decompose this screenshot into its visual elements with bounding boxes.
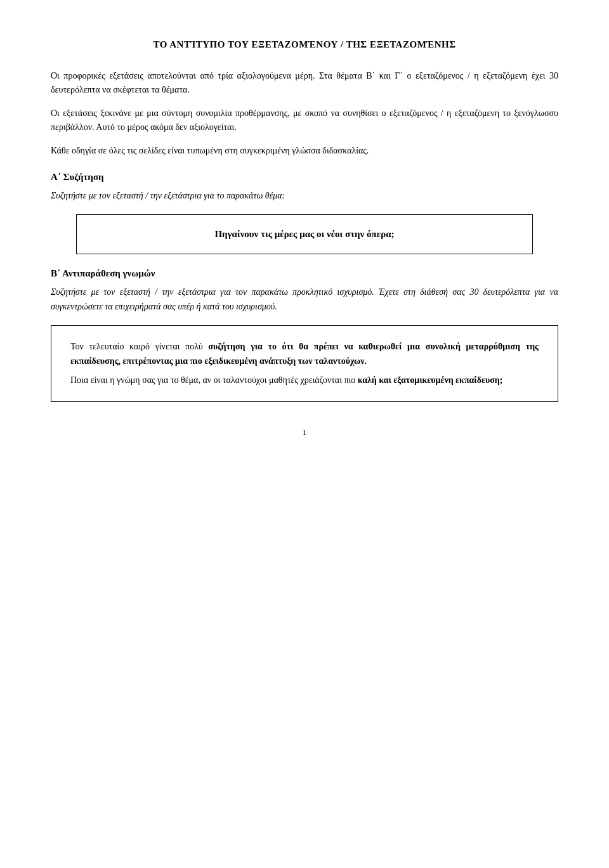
paragraph-intro-3: Κάθε οδηγία σε όλες τις σελίδες είναι τυ…	[51, 144, 558, 158]
page-title: Το αντίτυπο του εξεταζομένου / της εξετα…	[51, 38, 558, 51]
section-a-instruction: Συζητήστε με τον εξεταστή / την εξετάστρ…	[51, 189, 558, 203]
section-c-box-paragraph-2: Ποια είναι η γνώμη σας για το θέμα, αν ο…	[70, 373, 539, 387]
section-b-heading: Β΄ Αντιπαράθεση γνωμών	[51, 268, 558, 279]
section-c-text-2-part1: Ποια είναι η γνώμη σας για το θέμα, αν ο…	[70, 375, 358, 385]
section-b-instruction: Συζητήστε με τον εξεταστή / την εξετάστρ…	[51, 285, 558, 314]
page-number: 1	[51, 427, 558, 437]
section-c-bold-2: καλή και εξατομικευμένη εκπαίδευση;	[358, 375, 503, 385]
section-a-topic-text: Πηγαίνουν τις μέρες μας οι νέοι στην όπε…	[214, 229, 394, 239]
section-a-heading: Α΄ Συζήτηση	[51, 172, 558, 183]
paragraph-intro-2: Οι εξετάσεις ξεκινάνε με μια σύντομη συν…	[51, 107, 558, 135]
section-c-argument-box: Τον τελευταίο καιρό γίνεται πολύ συζήτησ…	[51, 325, 558, 402]
section-c-box-paragraph-1: Τον τελευταίο καιρό γίνεται πολύ συζήτησ…	[70, 340, 539, 368]
section-c-text-1-part1: Τον τελευταίο καιρό γίνεται πολύ	[70, 342, 208, 351]
paragraph-intro-1: Οι προφορικές εξετάσεις αποτελούνται από…	[51, 69, 558, 98]
section-a-topic-box: Πηγαίνουν τις μέρες μας οι νέοι στην όπε…	[76, 214, 533, 254]
